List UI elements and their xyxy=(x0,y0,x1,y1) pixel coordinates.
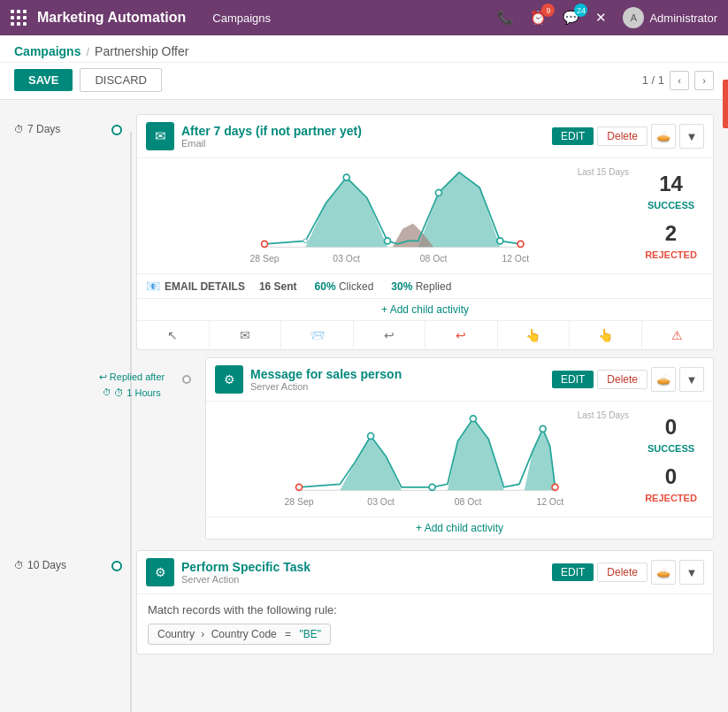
prev-button[interactable]: ‹ xyxy=(670,71,689,90)
timeline-dot-2 xyxy=(111,561,122,571)
card-subtitle-1: Email xyxy=(181,138,362,149)
app-title: Marketing Automation xyxy=(37,10,186,26)
rule-tag: Country › Country Code = "BE" xyxy=(148,624,331,645)
close-icon[interactable]: ✕ xyxy=(595,10,607,26)
filter-button-2[interactable]: ▼ xyxy=(679,560,704,585)
match-rule-text: Match records with the following rule: xyxy=(148,603,702,616)
chart-range-label-1: Last 15 Days xyxy=(578,167,629,177)
avatar: A xyxy=(623,7,644,28)
clock-badge-icon[interactable]: ⏰ 9 xyxy=(530,10,547,26)
svg-text:08 Oct: 08 Oct xyxy=(455,497,482,507)
next-button[interactable]: › xyxy=(694,71,714,90)
svg-marker-16 xyxy=(299,436,402,490)
add-child-1[interactable]: + Add child activity xyxy=(137,298,713,320)
email-details-label: EMAIL DETAILS xyxy=(165,280,245,293)
svg-text:03 Oct: 03 Oct xyxy=(367,497,395,507)
svg-point-8 xyxy=(435,189,441,195)
card-title-2: Perform Specific Task xyxy=(181,560,310,574)
topnav-icons: 📞 ⏰ 9 💬 24 ✕ A Administrator xyxy=(497,7,717,28)
action-icon-cursor[interactable]: ↖ xyxy=(137,321,210,349)
svg-point-9 xyxy=(497,238,503,244)
svg-point-5 xyxy=(303,239,308,243)
action-icons-row-1: ↖ ✉ 📨 ↩ ↩ 👆 👆 ⚠ xyxy=(137,320,713,349)
svg-point-24 xyxy=(552,484,558,490)
edit-button-child[interactable]: EDIT xyxy=(552,371,594,388)
breadcrumb-separator: / xyxy=(86,45,89,58)
rejected-num-child: 0 xyxy=(638,464,704,489)
days-label-2: ⏱ 10 Days xyxy=(14,550,111,571)
action-icon-open-email[interactable]: ✉ xyxy=(210,321,282,349)
action-icon-click2[interactable]: 👆 xyxy=(570,321,642,349)
breadcrumb: Campaigns / Partnership Offer xyxy=(0,35,728,63)
email-details-icon: 📧 xyxy=(146,279,160,293)
rejected-num-1: 2 xyxy=(638,221,704,246)
action-icon-click[interactable]: 👆 xyxy=(498,321,571,349)
pie-chart-button-1[interactable]: 🥧 xyxy=(651,124,676,149)
activity-card-2: ⚙ Perform Specific Task Server Action ED… xyxy=(136,550,714,655)
server-icon-child: ⚙ xyxy=(215,365,243,394)
activity-card-1: ✉ After 7 days (if not partner yet) Emai… xyxy=(136,114,714,350)
action-icon-warning[interactable]: ⚠ xyxy=(642,321,714,349)
action-icon-envelope[interactable]: 📨 xyxy=(281,321,354,349)
delete-button-1[interactable]: Delete xyxy=(597,126,648,146)
svg-marker-1 xyxy=(264,178,387,248)
filter-button-child[interactable]: ▼ xyxy=(679,367,704,392)
edit-button-1[interactable]: EDIT xyxy=(552,127,594,145)
success-label-1: SUCCESS xyxy=(638,200,704,211)
rejected-label-child: REJECTED xyxy=(638,493,704,503)
pie-chart-button-2[interactable]: 🥧 xyxy=(651,560,676,585)
filter-button-1[interactable]: ▼ xyxy=(679,124,704,149)
match-rule-area: Match records with the following rule: C… xyxy=(137,594,713,654)
nav-campaigns[interactable]: Campaigns xyxy=(212,11,271,25)
timeline-dot-1 xyxy=(111,125,122,135)
svg-point-21 xyxy=(429,484,435,490)
svg-text:12 Oct: 12 Oct xyxy=(536,497,563,507)
svg-text:28 Sep: 28 Sep xyxy=(250,254,280,264)
card-subtitle-child: Server Action xyxy=(250,381,402,392)
replied-after-label: ↩ Replied after ⏱⏱ 1 Hours xyxy=(85,357,182,401)
clock-icon-1: ⏱ xyxy=(14,124,24,134)
svg-point-22 xyxy=(470,416,476,422)
delete-button-child[interactable]: Delete xyxy=(597,370,648,389)
svg-marker-18 xyxy=(509,429,555,490)
breadcrumb-campaigns[interactable]: Campaigns xyxy=(14,44,80,58)
card-title-child: Message for sales person xyxy=(250,367,402,381)
phone-icon[interactable]: 📞 xyxy=(497,10,514,26)
card-title-1: After 7 days (if not partner yet) xyxy=(181,124,362,138)
edit-button-2[interactable]: EDIT xyxy=(552,563,594,581)
chart-range-label-child: Last 15 Days xyxy=(578,410,629,420)
action-icon-reply2[interactable]: ↩ xyxy=(425,321,498,349)
clicked-stat: 60% Clicked xyxy=(315,280,374,293)
user-name: Administrator xyxy=(649,11,717,25)
pie-chart-button-child[interactable]: 🥧 xyxy=(651,367,676,392)
svg-point-23 xyxy=(540,425,546,432)
svg-text:03 Oct: 03 Oct xyxy=(333,254,360,264)
delete-button-2[interactable]: Delete xyxy=(597,563,648,582)
timeline-dot-child xyxy=(182,375,191,384)
success-num-child: 0 xyxy=(638,415,704,440)
svg-text:28 Sep: 28 Sep xyxy=(285,497,314,507)
svg-point-20 xyxy=(368,433,374,439)
action-icon-reply[interactable]: ↩ xyxy=(354,321,426,349)
add-child-child[interactable]: + Add child activity xyxy=(206,517,713,539)
rejected-label-1: REJECTED xyxy=(638,249,704,260)
replied-stat: 30% Replied xyxy=(391,280,451,293)
clock-icon-2: ⏱ xyxy=(14,560,24,570)
card-subtitle-2: Server Action xyxy=(181,574,310,585)
success-label-child: SUCCESS xyxy=(638,443,704,454)
svg-point-7 xyxy=(385,238,391,244)
svg-point-4 xyxy=(262,241,268,247)
days-label-1: ⏱ 7 Days xyxy=(14,114,111,135)
sent-stat: 16 Sent xyxy=(259,280,297,293)
discard-button[interactable]: DISCARD xyxy=(80,68,162,92)
svg-point-6 xyxy=(343,174,349,180)
chart-svg-1: 28 Sep 03 Oct 08 Oct 12 Oct xyxy=(146,167,629,264)
chat-badge-icon[interactable]: 💬 24 xyxy=(563,10,579,26)
svg-point-10 xyxy=(517,241,524,247)
svg-text:12 Oct: 12 Oct xyxy=(502,254,529,264)
svg-point-19 xyxy=(296,484,303,490)
user-menu[interactable]: A Administrator xyxy=(623,7,717,28)
grid-menu-icon[interactable] xyxy=(11,10,27,26)
server-icon-2: ⚙ xyxy=(146,558,174,586)
save-button[interactable]: SAVE xyxy=(14,69,73,91)
